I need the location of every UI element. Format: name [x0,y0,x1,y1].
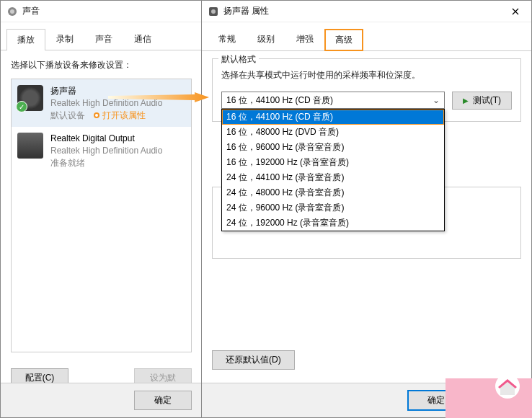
device-subtitle: Realtek High Definition Audio [50,145,185,157]
tab-communications[interactable]: 通信 [123,28,162,50]
speaker-properties-window: 扬声器 属性 常规 级别 增强 高级 默认格式 选择在共享模式中运行时使用的采样… [201,0,532,418]
combo-option[interactable]: 16 位，96000 Hz (录音室音质) [222,140,444,155]
device-name: Realtek Digital Output [50,133,185,145]
device-info: Realtek Digital Output Realtek High Defi… [50,133,185,169]
svg-point-4 [211,9,216,14]
reset-row: 还原默认值(D) [202,350,305,377]
instruction-text: 选择以下播放设备来修改设置： [11,59,192,71]
combo-dropdown: 16 位，44100 Hz (CD 音质) 16 位，48000 Hz (DVD… [221,109,445,231]
digital-device-icon [17,133,43,159]
tab-bar: 常规 级别 增强 高级 [202,22,531,51]
combo-option[interactable]: 16 位，48000 Hz (DVD 音质) [222,125,444,140]
tab-recording[interactable]: 录制 [45,28,84,50]
combo-option[interactable]: 24 位，96000 Hz (录音室音质) [222,200,444,215]
device-name: 扬声器 [50,85,185,97]
default-format-group: 默认格式 选择在共享模式中运行时使用的采样频率和位深度。 16 位，44100 … [212,58,521,122]
device-list[interactable]: ✓ 扬声器 Realtek High Definition Audio 默认设备… [11,79,192,352]
close-icon [512,8,519,15]
device-item-speakers[interactable]: ✓ 扬声器 Realtek High Definition Audio 默认设备… [12,79,191,127]
titlebar: 声音 [1,1,202,22]
restore-defaults-button[interactable]: 还原默认值(D) [212,350,295,370]
device-status: 准备就绪 [50,157,185,169]
combo-button[interactable]: 16 位，44100 Hz (CD 音质) ⌄ [221,92,445,109]
titlebar: 扬声器 属性 [202,1,531,22]
tab-sounds[interactable]: 声音 [84,28,123,50]
combo-option[interactable]: 24 位，192000 Hz (录音室音质) [222,215,444,231]
chevron-down-icon: ⌄ [433,95,440,105]
ok-button[interactable]: 确定 [134,391,192,410]
device-status: 默认设备 [50,110,85,122]
watermark-logo-icon [495,373,520,399]
content: 选择以下播放设备来修改设置： ✓ 扬声器 Realtek High Defini… [1,50,202,361]
tab-bar: 播放 录制 声音 通信 [1,22,202,50]
combo-option[interactable]: 24 位，48000 Hz (录音室音质) [222,185,444,200]
bottom-bar: 确定 [1,383,202,417]
device-item-digital[interactable]: Realtek Digital Output Realtek High Defi… [12,127,191,174]
group-title: 默认格式 [218,53,259,66]
speaker-device-icon: ✓ [17,85,43,111]
annotation-open-props: 打开该属性 [94,110,146,122]
sound-window: 声音 播放 录制 声音 通信 选择以下播放设备来修改设置： ✓ 扬声器 Real… [0,0,202,418]
tab-enhancements[interactable]: 增强 [285,28,324,50]
tab-general[interactable]: 常规 [208,28,247,50]
speaker-icon [208,6,219,17]
device-info: 扬声器 Realtek High Definition Audio 默认设备 打… [50,85,185,121]
default-check-icon: ✓ [16,101,27,112]
speaker-icon [6,6,18,17]
combo-value: 16 位，44100 Hz (CD 音质) [226,94,333,107]
close-button[interactable] [500,1,531,22]
combo-option[interactable]: 24 位，44100 Hz (录音室音质) [222,170,444,185]
tab-levels[interactable]: 级别 [247,28,285,50]
combo-option[interactable]: 16 位，44100 Hz (CD 音质) [222,110,444,125]
format-combo[interactable]: 16 位，44100 Hz (CD 音质) ⌄ 16 位，44100 Hz (C… [221,92,445,109]
group-description: 选择在共享模式中运行时使用的采样频率和位深度。 [221,69,512,81]
annotation-dot-icon [94,112,99,118]
tab-playback[interactable]: 播放 [6,29,45,50]
tab-advanced[interactable]: 高级 [324,29,363,51]
window-title: 声音 [22,5,196,17]
test-button[interactable]: ▶ 测试(T) [452,92,512,110]
svg-point-1 [10,9,14,14]
window-title: 扬声器 属性 [223,5,500,17]
device-subtitle: Realtek High Definition Audio [50,97,185,110]
combo-option[interactable]: 16 位，192000 Hz (录音室音质) [222,155,444,170]
play-icon: ▶ [463,97,469,104]
